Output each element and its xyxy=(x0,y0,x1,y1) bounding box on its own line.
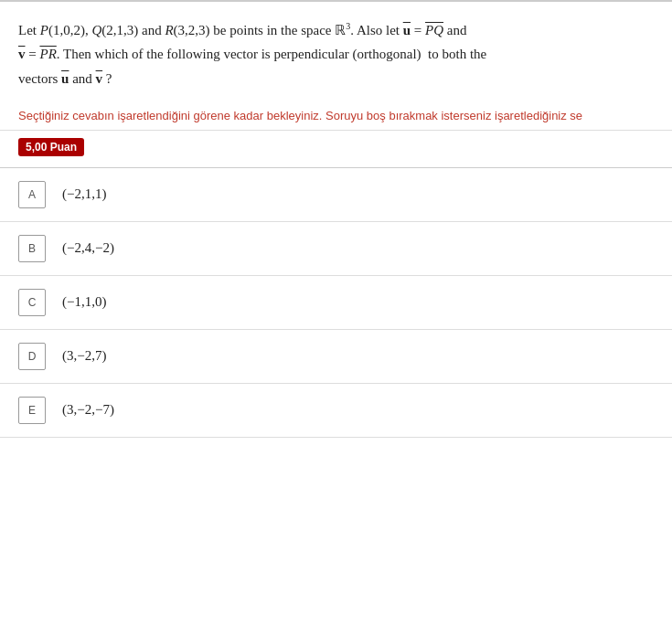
option-letter-c: C xyxy=(18,289,46,316)
hint-text: Seçtiğiniz cevabın işaretlendiğini gören… xyxy=(0,100,672,131)
option-letter-d: D xyxy=(18,343,46,370)
options-container: A (−2,1,1) B (−2,4,−2) C (−1,1,0) D (3,−… xyxy=(0,167,672,438)
question-text: Let P(1,0,2), Q(2,1,3) and R(3,2,3) be p… xyxy=(18,18,654,90)
option-letter-e: E xyxy=(18,397,46,424)
option-value-c: (−1,1,0) xyxy=(62,294,106,310)
option-letter-b: B xyxy=(18,235,46,262)
option-value-a: (−2,1,1) xyxy=(62,186,106,202)
question-line2: v = PR. Then which of the following vect… xyxy=(18,47,486,61)
option-row-a[interactable]: A (−2,1,1) xyxy=(0,168,672,222)
question-block: Let P(1,0,2), Q(2,1,3) and R(3,2,3) be p… xyxy=(0,2,672,100)
option-row-d[interactable]: D (3,−2,7) xyxy=(0,330,672,384)
option-row-e[interactable]: E (3,−2,−7) xyxy=(0,384,672,438)
question-line1: Let P(1,0,2), Q(2,1,3) and R(3,2,3) be p… xyxy=(18,23,466,37)
option-value-e: (3,−2,−7) xyxy=(62,402,114,418)
option-value-b: (−2,4,−2) xyxy=(62,240,114,256)
option-row-b[interactable]: B (−2,4,−2) xyxy=(0,222,672,276)
option-letter-a: A xyxy=(18,181,46,208)
points-badge: 5,00 Puan xyxy=(18,138,84,156)
option-value-d: (3,−2,7) xyxy=(62,348,106,364)
question-line3: vectors u and v ? xyxy=(18,71,112,86)
option-row-c[interactable]: C (−1,1,0) xyxy=(0,276,672,330)
